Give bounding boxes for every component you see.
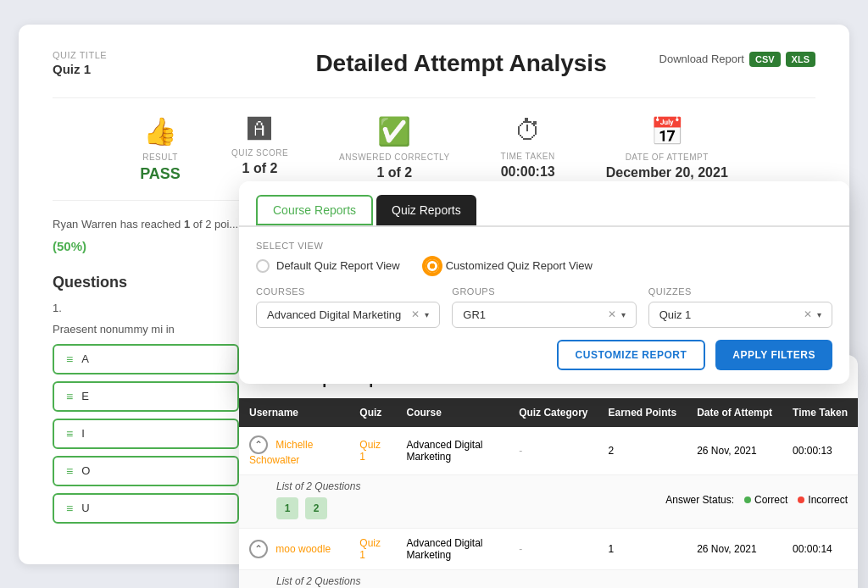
answer-a-label: A: [81, 352, 89, 365]
attempts-card: All Attempts Report Username Quiz Course…: [239, 355, 858, 589]
quiz-score-icon: 🅰: [231, 115, 288, 143]
expand-user-2-button[interactable]: ⌃: [249, 540, 268, 558]
cell-category-2: -: [509, 528, 598, 569]
stat-result-value: PASS: [140, 165, 181, 183]
filter-courses-controls: ✕ ▾: [411, 308, 429, 320]
download-label: Download Report: [659, 53, 744, 65]
tab-course-reports[interactable]: Course Reports: [256, 195, 373, 225]
col-course: Course: [396, 398, 509, 427]
tabs-bar: Course Reports Quiz Reports: [239, 181, 849, 227]
answer-o-label: O: [81, 464, 90, 477]
filter-groups-select[interactable]: GR1 ✕ ▾: [452, 302, 636, 328]
questions-section: Questions 1. Praesent nonummy mi in ≡ A …: [53, 274, 239, 524]
detail-status-2: Answer Status: Correct Incorrect: [598, 569, 858, 588]
col-earned-points: Earned Points: [598, 398, 687, 427]
quizzes-clear-icon[interactable]: ✕: [804, 308, 812, 320]
correct-status-1: Correct: [744, 494, 787, 506]
answer-u-label: U: [81, 502, 89, 514]
quiz-link-2[interactable]: Quiz 1: [359, 537, 381, 561]
lines-icon-u: ≡: [66, 502, 73, 515]
col-time: Time Taken: [782, 398, 858, 427]
filter-groups-group: GROUPS GR1 ✕ ▾: [452, 286, 636, 328]
apply-filters-button[interactable]: APPLY FILTERS: [715, 340, 832, 370]
incorrect-status-1: Incorrect: [798, 494, 848, 506]
answered-correctly-icon: ✅: [339, 115, 450, 147]
q1-badge-correct: 1: [276, 497, 298, 519]
col-date: Date of Attempt: [687, 398, 782, 427]
filter-quizzes-select[interactable]: Quiz 1 ✕ ▾: [648, 302, 832, 328]
groups-clear-icon[interactable]: ✕: [608, 308, 616, 320]
stat-answered-correctly: ✅ ANSWERED CORRECTLY 1 of 2: [339, 115, 450, 183]
lines-icon-o: ≡: [66, 464, 73, 478]
filter-quizzes-group: QUIZZES Quiz 1 ✕ ▾: [648, 286, 832, 328]
cell-points-1: 2: [598, 427, 687, 475]
stat-date-value: December 20, 2021: [606, 165, 728, 180]
answer-option-e: ≡ E: [53, 381, 239, 412]
radio-default[interactable]: Default Quiz Report View: [256, 259, 400, 273]
stat-time-label: TIME TAKEN: [501, 152, 555, 161]
stat-time-taken: ⏱ TIME TAKEN 00:00:13: [501, 115, 555, 183]
cell-course-2: Advanced Digital Marketing: [396, 528, 509, 569]
ryan-percentage: (50%): [53, 239, 239, 253]
filter-courses-select[interactable]: Advanced Digital Marketing ✕ ▾: [256, 302, 440, 328]
filter-courses-group: COURSES Advanced Digital Marketing ✕ ▾: [256, 286, 440, 328]
q2-badge-correct: 2: [305, 497, 327, 519]
col-category: Quiz Category: [509, 398, 598, 427]
quiz-link-1[interactable]: Quiz 1: [359, 439, 381, 463]
filters-row: COURSES Advanced Digital Marketing ✕ ▾ G…: [256, 286, 832, 328]
filter-quizzes-value: Quiz 1: [659, 308, 804, 321]
lines-icon-a: ≡: [66, 352, 73, 366]
courses-clear-icon[interactable]: ✕: [411, 308, 420, 320]
download-csv-button[interactable]: CSV: [749, 52, 781, 67]
customize-report-button[interactable]: CUSTOMIZE REPORT: [557, 340, 706, 370]
filter-quizzes-label: QUIZZES: [648, 286, 832, 297]
questions-label-1: List of 2 Questions: [276, 480, 587, 492]
download-xls-button[interactable]: XLS: [786, 52, 815, 67]
tab-quiz-reports[interactable]: Quiz Reports: [376, 195, 476, 225]
ryan-message: Ryan Warren has reached 1 of 2 poi...: [53, 218, 239, 230]
lines-icon-i: ≡: [66, 427, 73, 441]
cell-time-1: 00:00:13: [782, 427, 858, 475]
cell-date-1: 26 Nov, 2021: [687, 427, 782, 475]
filter-courses-label: COURSES: [256, 286, 440, 297]
cell-quiz-2: Quiz 1: [349, 528, 396, 569]
answer-e-label: E: [81, 390, 89, 402]
cell-course-1: Advanced Digital Marketing: [396, 427, 509, 475]
cell-date-2: 26 Nov, 2021: [687, 528, 782, 569]
stat-score-value: 1 of 2: [231, 161, 288, 176]
table-row: ⌃ moo woodle Quiz 1 Advanced Digital Mar…: [239, 528, 858, 569]
quiz-title-value: Quiz 1: [53, 62, 107, 76]
actions-row: CUSTOMIZE REPORT APPLY FILTERS: [256, 340, 832, 370]
radio-custom-label: Customized Quiz Report View: [446, 259, 593, 272]
quiz-title-label: QUIZ TITLE: [53, 50, 107, 60]
stat-date-label: DATE OF ATTEMPT: [606, 153, 728, 162]
answer-option-a: ≡ A: [53, 344, 239, 374]
answer-option-i: ≡ I: [53, 419, 239, 449]
stat-date-attempt: 📅 DATE OF ATTEMPT December 20, 2021: [606, 115, 728, 183]
questions-label-2: List of 2 Questions: [276, 575, 587, 587]
radio-default-label: Default Quiz Report View: [276, 259, 400, 272]
stat-quiz-score: 🅰 QUIZ SCORE 1 of 2: [231, 115, 288, 183]
cell-username-1: ⌃ Michelle Schowalter: [239, 427, 349, 475]
download-report-area: Download Report CSV XLS: [659, 52, 815, 67]
stat-score-label: QUIZ SCORE: [231, 148, 288, 158]
filter-groups-label: GROUPS: [452, 286, 636, 297]
select-view-label: SELECT VIEW: [256, 241, 832, 251]
radio-circle-custom: [426, 259, 439, 273]
filter-groups-controls: ✕ ▾: [608, 308, 626, 320]
table-detail-row-2: List of 2 Questions 1 2 Answer Status: C…: [239, 569, 858, 588]
stat-answered-label: ANSWERED CORRECTLY: [339, 153, 450, 162]
table-detail-row-1: List of 2 Questions 1 2 Answer Status: C…: [239, 474, 858, 528]
thumbs-up-icon: 👍: [140, 115, 181, 147]
user-link-2[interactable]: moo woodle: [275, 543, 331, 555]
answer-i-label: I: [81, 427, 85, 440]
attempts-table: Username Quiz Course Quiz Category Earne…: [239, 398, 858, 589]
lines-icon-e: ≡: [66, 390, 73, 403]
filter-groups-value: GR1: [463, 308, 607, 321]
stat-result-label: RESULT: [140, 153, 181, 162]
radio-custom[interactable]: Customized Quiz Report View: [426, 259, 593, 273]
calendar-icon: 📅: [606, 115, 728, 147]
answer-option-u: ≡ U: [53, 493, 239, 524]
filter-courses-value: Advanced Digital Marketing: [267, 308, 411, 321]
expand-user-1-button[interactable]: ⌃: [249, 435, 268, 454]
